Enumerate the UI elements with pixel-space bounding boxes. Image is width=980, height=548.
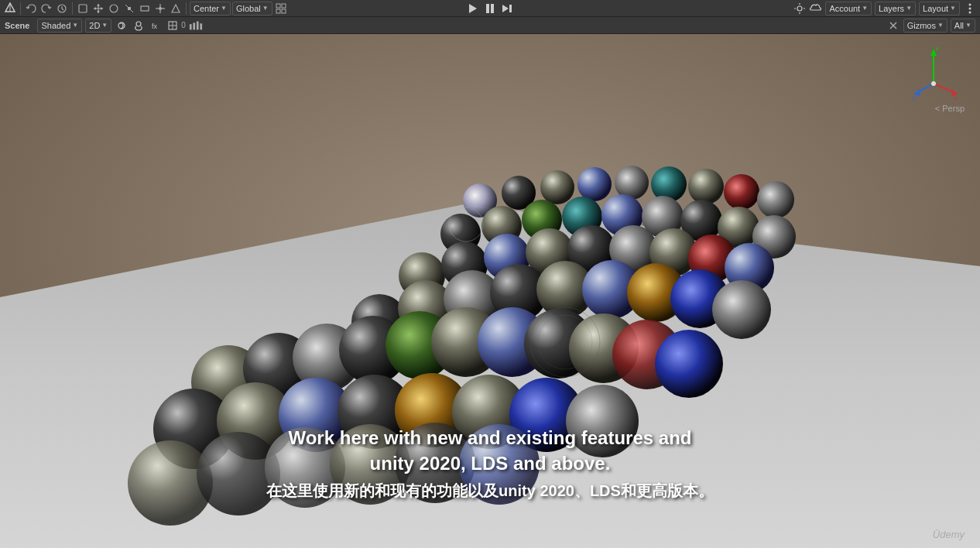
svg-rect-3: [79, 5, 87, 12]
more-options-icon[interactable]: [963, 2, 977, 15]
toolbar-right: Account ▼ Layers ▼ Layout ▼: [793, 2, 977, 15]
svg-marker-6: [97, 4, 100, 6]
layout-label: Layout: [923, 4, 948, 13]
scene-tab-label: Scene: [5, 21, 29, 30]
undo-icon[interactable]: [24, 2, 38, 15]
persp-label: < Persp: [935, 104, 965, 113]
layer-number: 0: [181, 21, 186, 29]
rotate-tool-icon[interactable]: [107, 2, 121, 15]
play-controls: [465, 2, 515, 15]
layout-dropdown[interactable]: Layout ▼: [919, 2, 960, 15]
cloud-icon-area: [793, 2, 822, 15]
gizmos-arrow: ▼: [937, 22, 944, 29]
account-arrow: ▼: [862, 5, 868, 12]
layers-label: Layers: [879, 4, 904, 13]
svg-point-97: [655, 330, 723, 398]
all-arrow: ▼: [965, 22, 971, 29]
svg-text:Y: Y: [935, 46, 940, 53]
global-dropdown[interactable]: Global ▼: [232, 2, 272, 15]
center-arrow: ▼: [221, 5, 227, 12]
global-arrow: ▼: [262, 5, 269, 12]
svg-marker-18: [172, 5, 180, 12]
center-dropdown[interactable]: Center ▼: [190, 2, 231, 15]
layout-arrow: ▼: [950, 5, 956, 12]
move-tool-icon[interactable]: [91, 2, 105, 15]
svg-point-124: [931, 81, 936, 86]
gizmo: Y X Z: [910, 45, 957, 107]
svg-marker-8: [94, 7, 96, 10]
dimension-dropdown[interactable]: 2D ▼: [85, 19, 111, 33]
hand-tool-icon[interactable]: [76, 2, 90, 15]
center-label: Center: [194, 4, 219, 13]
svg-point-56: [651, 166, 687, 202]
scene-toolbar-right: Gizmos ▼ All ▼: [886, 19, 975, 33]
svg-point-10: [110, 5, 118, 12]
svg-point-111: [459, 424, 540, 505]
fx-icon[interactable]: fx: [149, 19, 163, 33]
transform-tool-icon[interactable]: [153, 2, 167, 15]
audio-icon[interactable]: [132, 19, 146, 33]
svg-text:fx: fx: [152, 22, 158, 30]
layers-dropdown[interactable]: Layers ▼: [875, 2, 916, 15]
svg-marker-26: [502, 5, 509, 12]
top-toolbar: Center ▼ Global ▼ Account: [0, 0, 980, 17]
lighting-icon[interactable]: [115, 19, 128, 33]
scale-tool-icon[interactable]: [122, 2, 136, 15]
all-label: All: [954, 21, 964, 30]
separator-1: [20, 2, 21, 15]
global-label: Global: [236, 4, 261, 13]
gizmos-label: Gizmos: [907, 21, 936, 30]
svg-point-34: [969, 7, 971, 9]
svg-rect-43: [193, 22, 195, 29]
svg-point-53: [540, 170, 574, 204]
svg-rect-25: [491, 4, 494, 13]
unity-logo-icon[interactable]: [3, 2, 17, 15]
play-button[interactable]: [465, 2, 481, 15]
all-dropdown[interactable]: All ▼: [951, 19, 975, 33]
svg-marker-7: [97, 11, 100, 13]
svg-marker-9: [101, 7, 103, 10]
pause-button[interactable]: [482, 2, 498, 15]
svg-rect-20: [282, 4, 286, 8]
gizmos-dropdown[interactable]: Gizmos ▼: [903, 19, 947, 33]
shading-label: Shaded: [41, 21, 70, 30]
svg-point-35: [969, 11, 971, 13]
step-button[interactable]: [499, 2, 515, 15]
udemy-watermark: Üdemy: [933, 529, 965, 540]
grid-icon[interactable]: [274, 2, 288, 15]
svg-point-17: [159, 7, 162, 10]
close-scene-icon[interactable]: [886, 19, 900, 33]
svg-line-13: [129, 9, 133, 12]
custom-tool-icon[interactable]: [169, 2, 183, 15]
svg-point-59: [757, 181, 794, 218]
svg-line-12: [125, 5, 129, 9]
svg-rect-14: [141, 6, 149, 11]
scene-toolbar: Scene Shaded ▼ 2D ▼ fx 0 Gizmos ▼: [0, 17, 980, 34]
rect-tool-icon[interactable]: [138, 2, 152, 15]
cloud-collab-icon[interactable]: [808, 2, 822, 15]
account-label: Account: [829, 4, 860, 13]
viewport[interactable]: Y X Z < Persp Work here with new and exi…: [0, 34, 980, 548]
svg-point-57: [688, 169, 724, 204]
svg-point-28: [797, 6, 802, 11]
svg-rect-24: [486, 4, 489, 13]
svg-rect-45: [200, 23, 202, 29]
svg-text:Z: Z: [912, 95, 916, 102]
svg-rect-21: [276, 9, 280, 13]
dimension-arrow: ▼: [101, 22, 108, 29]
stats-icon[interactable]: [189, 19, 203, 33]
svg-rect-22: [282, 9, 286, 13]
scene-svg: [0, 34, 980, 548]
separator-3: [186, 2, 187, 15]
grid-overlay-icon[interactable]: [166, 19, 180, 33]
scene-background: [0, 34, 980, 548]
dimension-label: 2D: [89, 21, 100, 30]
sun-icon[interactable]: [793, 2, 807, 15]
redo-icon[interactable]: [39, 2, 53, 15]
account-dropdown[interactable]: Account ▼: [825, 2, 872, 15]
shading-dropdown[interactable]: Shaded ▼: [37, 19, 82, 33]
shading-arrow: ▼: [72, 22, 78, 29]
separator-2: [72, 2, 73, 15]
svg-point-86: [712, 280, 771, 339]
history-icon[interactable]: [55, 2, 69, 15]
